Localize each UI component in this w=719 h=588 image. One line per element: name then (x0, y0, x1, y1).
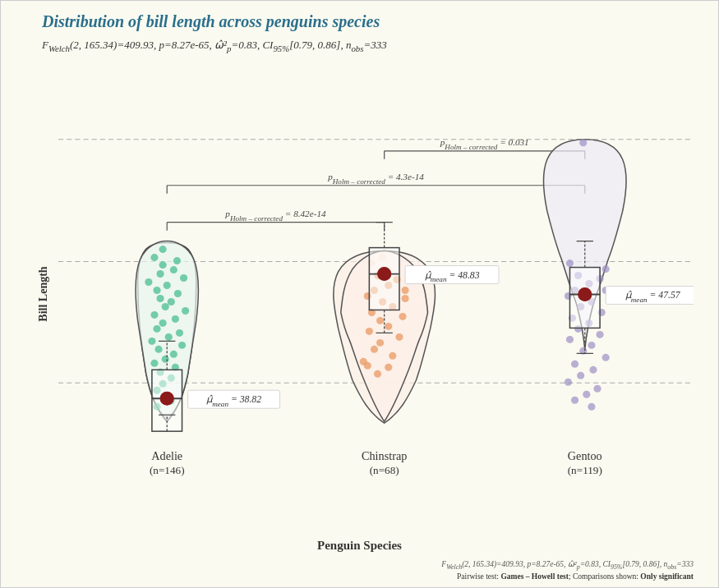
svg-point-107 (597, 331, 604, 338)
svg-point-24 (162, 356, 169, 363)
svg-point-41 (164, 282, 171, 289)
svg-point-28 (148, 338, 155, 345)
svg-point-118 (571, 397, 578, 404)
svg-point-40 (153, 287, 160, 294)
svg-point-25 (170, 351, 177, 358)
svg-point-34 (150, 311, 158, 319)
svg-point-46 (159, 261, 167, 269)
svg-point-31 (153, 325, 160, 333)
y-axis-label: Bill Length (37, 266, 50, 321)
svg-point-92 (378, 268, 391, 281)
svg-point-79 (371, 346, 378, 353)
svg-point-116 (593, 385, 601, 393)
svg-point-44 (157, 270, 164, 278)
svg-text:Chinstrap: Chinstrap (362, 449, 407, 462)
svg-point-114 (577, 372, 584, 379)
svg-point-26 (154, 346, 162, 353)
svg-point-48 (150, 254, 158, 261)
svg-point-109 (588, 342, 595, 349)
svg-point-69 (402, 287, 409, 294)
svg-point-33 (172, 315, 179, 323)
svg-point-32 (159, 319, 167, 327)
svg-point-38 (157, 295, 164, 302)
svg-point-36 (162, 303, 169, 310)
chart-title: Distribution of bill length across pengu… (42, 12, 380, 31)
svg-point-23 (150, 360, 158, 367)
svg-point-113 (589, 366, 597, 374)
svg-point-37 (168, 298, 175, 305)
svg-point-82 (385, 364, 392, 371)
svg-point-129 (578, 288, 592, 301)
svg-point-108 (566, 336, 574, 343)
svg-point-29 (165, 333, 173, 341)
svg-point-78 (376, 339, 384, 347)
svg-text:pHolm – corrected = 4.3e-14: pHolm – corrected = 4.3e-14 (327, 172, 424, 186)
svg-point-84 (402, 295, 409, 302)
svg-point-120 (602, 265, 610, 273)
svg-point-85 (364, 362, 371, 370)
svg-point-74 (376, 317, 384, 324)
svg-point-43 (180, 274, 187, 282)
chart-subtitle: FWelch(2, 165.34)=409.93, p=8.27e-65, ω̂… (42, 39, 387, 53)
svg-text:pHolm – corrected = 8.42e-14: pHolm – corrected = 8.42e-14 (224, 209, 326, 223)
svg-point-112 (571, 361, 578, 368)
svg-point-117 (583, 391, 590, 398)
svg-point-47 (173, 257, 181, 264)
plot-svg: 60 50 40 pHolm – corrected = 8.42e-14 pH… (58, 79, 694, 505)
footer-pairwise: Pairwise test: Games – Howell test; Comp… (457, 572, 694, 581)
svg-point-59 (160, 392, 173, 405)
svg-text:(n=119): (n=119) (568, 464, 602, 476)
svg-point-119 (588, 403, 595, 411)
svg-point-30 (176, 329, 183, 337)
svg-text:(n=68): (n=68) (370, 464, 399, 476)
svg-point-76 (366, 328, 373, 335)
svg-point-83 (374, 370, 381, 378)
svg-point-121 (566, 260, 574, 267)
svg-point-52 (159, 246, 167, 253)
footer-stats: FWelch(2, 165.34)=409.93, p=8.27e-65, ω̂… (441, 559, 694, 571)
svg-text:Adelie: Adelie (151, 449, 182, 462)
plot-area: 60 50 40 pHolm – corrected = 8.42e-14 pH… (58, 79, 694, 505)
svg-point-111 (602, 354, 610, 361)
svg-point-75 (385, 323, 392, 330)
svg-point-122 (579, 139, 587, 146)
svg-point-77 (395, 333, 403, 341)
svg-text:Gentoo: Gentoo (568, 449, 602, 462)
svg-point-35 (182, 307, 189, 315)
svg-point-45 (170, 266, 177, 273)
svg-point-73 (399, 313, 406, 320)
svg-point-115 (565, 379, 572, 386)
chart-container: Distribution of bill length across pengu… (0, 0, 719, 588)
x-axis-label: Penguin Species (317, 539, 402, 553)
svg-text:(n=146): (n=146) (150, 464, 185, 476)
svg-point-39 (174, 290, 182, 297)
svg-point-42 (145, 278, 152, 286)
svg-point-80 (389, 352, 396, 360)
svg-point-27 (178, 342, 186, 349)
